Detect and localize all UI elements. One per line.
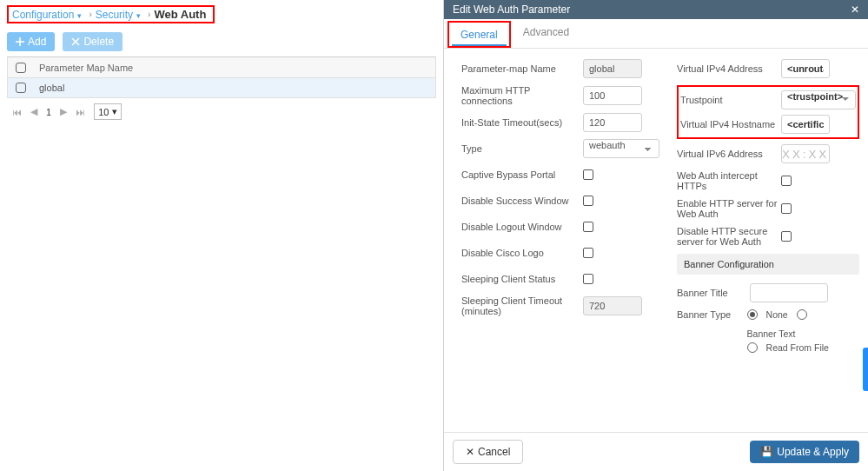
breadcrumb-security-label: Security [96, 9, 133, 21]
disable-success-checkbox[interactable] [583, 196, 593, 206]
x-icon [71, 37, 80, 46]
disable-cisco-label: Disable Cisco Logo [461, 248, 583, 258]
sleep-timeout-label: Sleeping Client Timeout (minutes) [461, 295, 583, 316]
init-state-field[interactable] [583, 113, 642, 132]
banner-title-field[interactable] [750, 283, 828, 302]
disable-logout-checkbox[interactable] [583, 222, 593, 232]
breadcrumb-current: Web Auth [154, 8, 206, 21]
cancel-button[interactable]: ✕ Cancel [453, 440, 523, 464]
disable-success-label: Disable Success Window [461, 196, 583, 206]
disable-cisco-checkbox[interactable] [583, 248, 593, 258]
toolbar: Add Delete [7, 32, 436, 51]
dropdown-icon: ▾ [112, 106, 117, 117]
banner-type-file-radio[interactable] [747, 342, 758, 353]
type-select-value: webauth [583, 139, 659, 158]
sleep-timeout-field [583, 296, 642, 315]
pager: ⏮ ◀ 1 ▶ ⏭ 10 ▾ [7, 103, 436, 120]
tab-bar: General Advanced [444, 19, 868, 49]
captive-bypass-checkbox[interactable] [583, 169, 593, 180]
intercept-https-label: Web Auth intercept HTTPs [677, 170, 781, 191]
max-http-label: Maximum HTTP connections [461, 85, 583, 106]
breadcrumb-security[interactable]: Security▾ [96, 9, 144, 21]
disable-https-checkbox[interactable] [781, 231, 792, 242]
captive-bypass-label: Captive Bypass Portal [461, 169, 583, 180]
edit-parameter-modal: Edit Web Auth Parameter ✕ General Advanc… [443, 0, 868, 471]
vipv4-addr-field[interactable] [781, 59, 830, 78]
init-state-label: Init-State Timeout(secs) [461, 117, 583, 128]
pager-page: 1 [46, 107, 51, 117]
vipv4-host-label: Virtual IPv4 Hostname [680, 119, 781, 129]
plus-icon [16, 37, 24, 46]
tab-advanced[interactable]: Advanced [511, 19, 581, 48]
pager-size-value: 10 [98, 107, 109, 117]
delete-button[interactable]: Delete [63, 32, 123, 51]
trustpoint-label: Trustpoint [680, 95, 781, 105]
vipv6-addr-label: Virtual IPv6 Address [677, 149, 781, 159]
modal-header: Edit Web Auth Parameter ✕ [444, 0, 868, 19]
max-http-field[interactable] [583, 86, 642, 105]
enable-http-label: Enable HTTP server for Web Auth [677, 198, 781, 219]
pager-size-select[interactable]: 10 ▾ [94, 103, 122, 120]
type-label: Type [461, 143, 583, 154]
param-map-name-field [583, 59, 642, 78]
select-all-checkbox[interactable] [16, 63, 26, 73]
banner-type-none-label: None [766, 309, 788, 320]
breadcrumb-configuration[interactable]: Configuration▾ [12, 9, 85, 21]
modal-footer: ✕ Cancel 💾 Update & Apply [444, 432, 868, 471]
pager-prev-icon[interactable]: ◀ [30, 106, 37, 117]
table-header-row: Parameter Map Name [8, 57, 435, 78]
column-header-name[interactable]: Parameter Map Name [34, 63, 435, 73]
update-apply-label: Update & Apply [777, 446, 849, 458]
banner-config-header: Banner Configuration [677, 254, 859, 275]
add-button[interactable]: Add [7, 32, 55, 51]
vipv4-host-field[interactable] [781, 115, 830, 134]
chevron-right-icon: › [89, 10, 91, 19]
row-name: global [34, 83, 435, 93]
vipv6-addr-field[interactable] [781, 144, 830, 163]
close-icon[interactable]: ✕ [851, 3, 859, 16]
chevron-right-icon: › [148, 10, 150, 19]
banner-type-text-label: Banner Text [747, 328, 796, 339]
cancel-button-label: Cancel [478, 446, 510, 458]
banner-type-none-radio[interactable] [747, 309, 758, 320]
pager-first-icon[interactable]: ⏮ [12, 107, 22, 117]
vipv4-addr-label: Virtual IPv4 Address [677, 63, 781, 74]
enable-http-checkbox[interactable] [781, 203, 792, 214]
breadcrumb-configuration-label: Configuration [12, 9, 74, 21]
trustpoint-select[interactable]: <trustpoint> [781, 90, 856, 109]
pager-next-icon[interactable]: ▶ [60, 106, 67, 117]
breadcrumb: Configuration▾ › Security▾ › Web Auth [7, 5, 215, 23]
disable-logout-label: Disable Logout Window [461, 222, 583, 232]
delete-button-label: Delete [83, 36, 114, 48]
intercept-https-checkbox[interactable] [781, 176, 792, 186]
modal-title: Edit Web Auth Parameter [453, 3, 570, 16]
sleep-status-checkbox[interactable] [583, 274, 593, 284]
param-map-table: Parameter Map Name global [7, 56, 436, 98]
add-button-label: Add [28, 36, 46, 48]
save-icon: 💾 [760, 446, 773, 458]
pager-last-icon[interactable]: ⏭ [76, 107, 85, 117]
row-checkbox[interactable] [16, 83, 26, 93]
banner-type-text-radio[interactable] [797, 309, 807, 320]
disable-https-label: Disable HTTP secure server for Web Auth [677, 226, 781, 247]
banner-type-file-label: Read From File [766, 342, 829, 353]
table-row[interactable]: global [8, 78, 435, 97]
update-apply-button[interactable]: 💾 Update & Apply [750, 441, 859, 463]
type-select[interactable]: webauth [583, 139, 659, 158]
highlight-trustpoint-hostname: Trustpoint <trustpoint> Virtual IPv4 Hos… [677, 85, 859, 139]
param-map-name-label: Parameter-map Name [461, 63, 583, 74]
x-icon: ✕ [466, 446, 474, 458]
chevron-down-icon [842, 97, 849, 101]
sleep-status-label: Sleeping Client Status [461, 274, 583, 284]
tab-general[interactable]: General [452, 25, 507, 46]
banner-type-label: Banner Type [677, 309, 747, 320]
banner-title-label: Banner Title [677, 288, 750, 298]
side-handle[interactable] [863, 348, 868, 391]
tab-general-highlight: General [447, 21, 511, 48]
